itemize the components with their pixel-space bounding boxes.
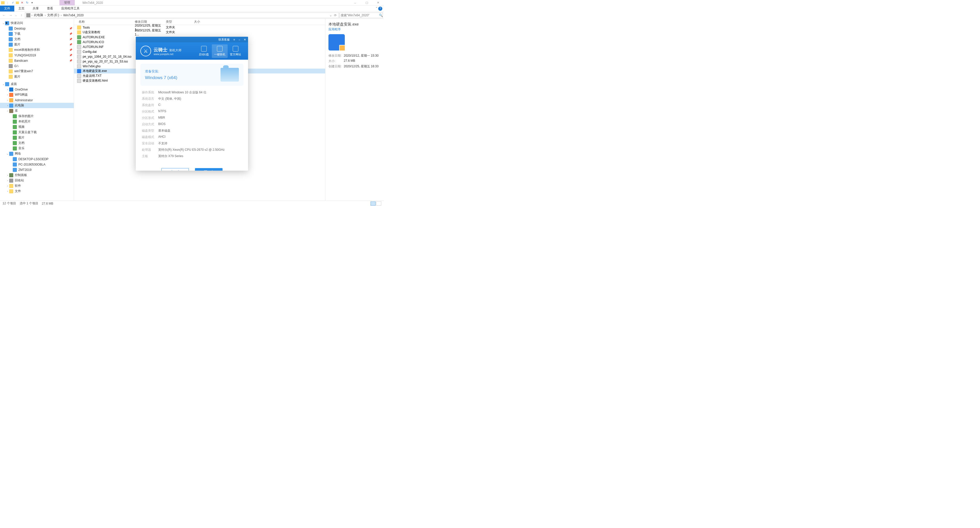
installer-tab[interactable]: 官方网址 [228,44,243,58]
chevron-right-icon[interactable]: › [60,14,62,17]
tree-item[interactable]: 视频 [0,124,74,130]
recent-dropdown[interactable]: ⌄ [14,13,18,18]
check-icon[interactable]: ✓ [11,1,15,5]
tree-desktop[interactable]: ⌄ 桌面 [0,81,74,87]
file-name: pe_yqs_xp_20_07_31_15_53.iso [83,60,128,63]
chevron-right-icon[interactable]: › [44,14,46,17]
delete-icon[interactable]: ✕ [20,1,24,5]
tree-item[interactable]: ›库 [0,108,74,114]
col-size[interactable]: 大小 [192,20,212,24]
tree-item[interactable]: ›回收站 [0,178,74,183]
chevron-right-icon[interactable]: › [6,185,9,187]
breadcrumb[interactable]: › 此电脑 › 文档 (E:) › Win7x64_2020 ⌄ ⟳ [25,13,339,18]
ribbon-tab-home[interactable]: 主页 [14,6,29,11]
col-name[interactable]: 名称 [74,20,133,24]
redo-icon[interactable]: ↻ [25,1,29,5]
tree-quick-access[interactable]: ⌄ ★ 快速访问 [0,21,74,26]
tree-network[interactable]: ⌄ 网络 [0,151,74,156]
tree-item[interactable]: ›文件 [0,189,74,194]
col-type[interactable]: 类型 [164,20,192,24]
tree-item[interactable]: DESKTOP-LSSOEDP [0,156,74,162]
folder-small-icon[interactable] [16,2,19,4]
up-button[interactable]: ↑ [18,13,24,18]
close-button[interactable]: ✕ [372,0,384,6]
maximize-button[interactable]: ▢ [361,0,372,6]
forward-button[interactable]: → [8,13,14,18]
tree-label: Administrator [15,98,72,102]
tree-item[interactable]: ›此电脑 [0,103,74,108]
tree-item[interactable]: 天翼云盘下载 [0,130,74,135]
breadcrumb-segment[interactable]: 此电脑 [33,13,44,17]
folder-icon [1,1,5,4]
chevron-right-icon[interactable]: › [6,110,9,112]
tree-label: 图片 [14,42,69,47]
ribbon-tab-file[interactable]: 文件 [0,6,14,11]
tree-item[interactable]: ›WPS网盘 [0,92,74,97]
chevron-right-icon[interactable]: › [6,174,9,176]
tree-label: 快速访问 [11,21,72,25]
tree-item[interactable]: 图片 [0,74,74,79]
ribbon-tab-view[interactable]: 查看 [43,6,57,11]
tree-item[interactable]: excel表格制作求和📌 [0,47,74,52]
installer-tab[interactable]: 一键装机 [212,44,228,58]
support-link[interactable]: 联系客服 [218,38,231,41]
tree-item[interactable]: 文档 [0,140,74,146]
breadcrumb-segment[interactable]: 文档 (E:) [47,13,60,17]
search-icon[interactable]: 🔍 [379,14,383,17]
ribbon-chevron-icon[interactable]: ˇ [376,6,377,11]
tree-item[interactable]: ›OneDrive [0,87,74,92]
view-icons-button[interactable] [376,201,381,206]
chevron-right-icon[interactable]: › [6,99,9,101]
tree-item[interactable]: ›控制面板 [0,173,74,178]
chevron-right-icon[interactable]: › [6,179,9,182]
file-name: U盘安装教程 [83,30,100,35]
tree-item[interactable]: 下载📌 [0,31,74,36]
dropdown-icon[interactable]: ▾ [30,1,34,5]
search-box[interactable]: 🔍 [339,13,383,18]
tree-item[interactable]: 本机照片 [0,119,74,124]
chevron-down-icon[interactable]: ⌄ [2,83,5,86]
chevron-down-icon[interactable]: ⌄ [6,152,9,155]
tree-item[interactable]: ZMT2019 [0,167,74,173]
tree-item[interactable]: 文档📌 [0,36,74,42]
chevron-down-icon[interactable]: ⌄ [2,22,5,24]
tree-item[interactable]: PC-20190530OBLA [0,162,74,167]
tree-item[interactable]: ›软件 [0,183,74,189]
context-tab[interactable]: 管理 [59,0,75,5]
installer-tab[interactable]: 启动U盘 [196,44,212,58]
minimize-icon[interactable]: – [238,38,241,41]
info-row: 启动方式BIOS [142,122,242,127]
tree-item[interactable]: 图片 [0,135,74,140]
next-button[interactable]: 下一步 [195,168,223,171]
chevron-right-icon[interactable]: › [6,104,9,107]
tree-item[interactable]: win7重装win7 [0,69,74,74]
refresh-icon[interactable]: ⟳ [333,13,338,18]
prev-button[interactable]: 上一步 [161,168,189,171]
tree-item[interactable]: 图片📌 [0,42,74,47]
tree-item[interactable]: YUNQISHI2019📌 [0,52,74,58]
tree-item[interactable]: Bandicam📌 [0,58,74,63]
chevron-right-icon[interactable]: › [6,190,9,193]
tree-item[interactable]: Desktop📌 [0,26,74,31]
ribbon-tab-share[interactable]: 共享 [29,6,43,11]
tree-item[interactable]: ›Administrator [0,97,74,103]
back-button[interactable]: ← [1,13,7,18]
info-value: NTFS [158,109,166,114]
minimize-button[interactable]: – [349,0,361,6]
help-icon[interactable]: ? [378,6,382,11]
chevron-right-icon[interactable]: › [6,88,9,91]
breadcrumb-segment[interactable]: Win7x64_2020 [63,14,84,17]
chevron-right-icon[interactable]: › [6,94,9,96]
search-input[interactable] [341,14,379,17]
tree-item[interactable]: 音乐 [0,146,74,151]
menu-icon[interactable]: ≡ [232,38,236,41]
tree-item[interactable]: 保存的图片 [0,114,74,119]
file-row[interactable]: Tools2020/12/25, 星期五 1...文件夹 [74,25,325,30]
address-dropdown-icon[interactable]: ⌄ [328,13,333,18]
ribbon-tab-apptools[interactable]: 应用程序工具 [57,6,84,11]
file-row[interactable]: U盘安装教程2020/12/25, 星期五 1...文件夹 [74,30,325,35]
tree-item[interactable]: G:\ [0,63,74,69]
chevron-right-icon[interactable]: › [31,14,33,17]
close-icon[interactable]: ✕ [243,38,247,41]
view-details-button[interactable] [371,201,375,206]
